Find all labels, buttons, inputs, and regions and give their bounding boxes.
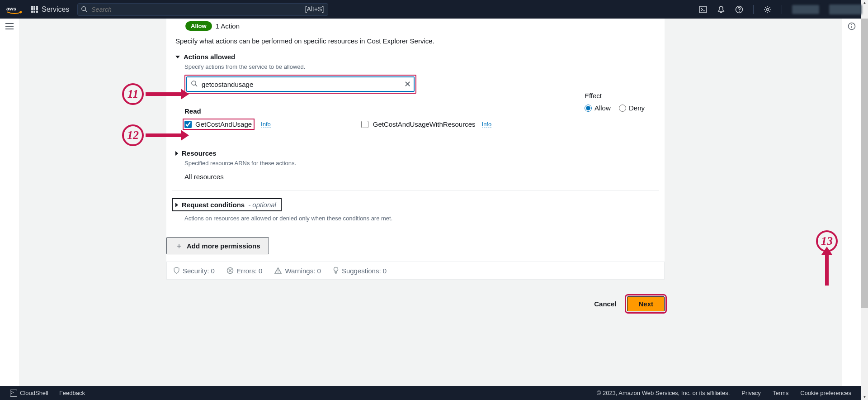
caret-right-icon — [175, 203, 178, 207]
add-more-label: Add more permissions — [187, 242, 260, 250]
help-panel-toggle[interactable] — [842, 19, 861, 34]
effect-allow-radio[interactable]: Allow — [585, 104, 611, 112]
scroll-up-arrow[interactable]: ▴ — [862, 0, 868, 6]
top-nav: aws Services [Alt+S] — [0, 0, 868, 19]
action-label: GetCostAndUsage — [195, 120, 252, 128]
allow-badge: Allow — [185, 21, 212, 31]
warnings-count: Warnings: 0 — [285, 267, 321, 275]
divider — [753, 5, 754, 14]
policy-validation-status: Security: 0 Errors: 0 Warnings: 0 Sugges… — [166, 262, 665, 280]
errors-count: Errors: 0 — [236, 267, 263, 275]
search-icon — [81, 6, 87, 14]
svg-point-18 — [334, 267, 338, 271]
aws-logo[interactable]: aws — [6, 5, 23, 14]
effect-label: Effect — [585, 92, 651, 100]
svg-point-9 — [851, 24, 852, 25]
global-search-input[interactable] — [77, 3, 328, 16]
svg-point-6 — [739, 11, 740, 12]
arrow-icon — [146, 92, 182, 96]
action-checkbox[interactable] — [184, 121, 192, 128]
account-menu[interactable] — [829, 5, 862, 14]
permission-card: Allow 1 Action Specify what actions can … — [166, 19, 665, 280]
settings-icon[interactable] — [764, 5, 772, 14]
actions-search-input[interactable] — [202, 81, 398, 88]
svg-line-2 — [85, 10, 87, 12]
svg-point-17 — [278, 272, 279, 273]
divider — [782, 5, 782, 14]
arrow-icon — [146, 133, 182, 137]
sidenav-toggle[interactable] — [0, 19, 19, 34]
info-link[interactable]: Info — [261, 121, 271, 128]
security-count: Security: 0 — [183, 267, 215, 275]
svg-text:aws: aws — [6, 5, 17, 11]
services-menu[interactable]: Services — [31, 5, 69, 14]
terms-link[interactable]: Terms — [773, 390, 788, 396]
help-icon[interactable] — [735, 5, 743, 14]
action-getcostandusage-resources[interactable]: GetCostAndUsageWithResources — [361, 120, 476, 128]
svg-line-12 — [195, 85, 197, 86]
callout-11: 11 — [122, 83, 182, 105]
action-checkbox[interactable] — [361, 121, 368, 128]
notifications-icon[interactable] — [717, 5, 725, 14]
add-more-permissions-button[interactable]: ＋ Add more permissions — [166, 237, 269, 254]
effect-deny-radio[interactable]: Deny — [619, 104, 645, 112]
main-content: Allow 1 Action Specify what actions can … — [19, 19, 842, 386]
plus-icon: ＋ — [175, 240, 183, 251]
caret-down-icon — [175, 56, 180, 58]
action-count: 1 Action — [216, 22, 240, 30]
cloudshell-link[interactable]: CloudShell — [10, 390, 48, 397]
resources-all: All resources — [175, 171, 656, 190]
form-actions: Cancel Next — [166, 296, 665, 311]
feedback-link[interactable]: Feedback — [59, 390, 85, 396]
actions-search-highlight: ✕ — [184, 75, 416, 94]
svg-point-1 — [82, 6, 86, 10]
actions-search[interactable]: ✕ — [186, 76, 415, 92]
topnav-right — [699, 5, 862, 14]
hamburger-icon — [5, 23, 14, 29]
resources-heading[interactable]: Resources — [175, 149, 656, 157]
privacy-link[interactable]: Privacy — [741, 390, 761, 396]
services-label: Services — [42, 5, 69, 14]
grid-icon — [31, 6, 38, 13]
specify-sentence: Specify what actions can be performed on… — [166, 37, 665, 53]
resources-label: Resources — [182, 149, 217, 157]
resources-section: Resources Specified resource ARNs for th… — [166, 140, 665, 190]
resources-desc: Specified resource ARNs for these action… — [175, 157, 656, 171]
callout-13: 13 — [816, 230, 838, 286]
region-selector[interactable] — [792, 5, 819, 14]
specify-prefix: Specify what actions can be performed on… — [175, 37, 367, 45]
info-link[interactable]: Info — [482, 121, 492, 128]
global-search[interactable]: [Alt+S] — [77, 3, 328, 16]
actions-allowed-label: Actions allowed — [184, 53, 235, 61]
callout-12: 12 — [122, 124, 182, 146]
request-conditions-toggle[interactable]: Request conditions - optional — [172, 198, 282, 211]
action-label: GetCostAndUsageWithResources — [373, 120, 476, 128]
arrow-icon — [825, 254, 829, 286]
cloudshell-icon[interactable] — [699, 5, 707, 14]
next-button[interactable]: Next — [627, 296, 665, 311]
effect-group: Effect Allow Deny — [585, 92, 651, 113]
action-getcostandusage[interactable]: GetCostAndUsage — [183, 119, 255, 130]
suggestions-count: Suggestions: 0 — [342, 267, 387, 275]
request-conditions-desc: Actions on resources are allowed or deni… — [172, 211, 656, 232]
svg-point-7 — [767, 8, 769, 10]
request-conditions-label: Request conditions — [182, 201, 245, 209]
cancel-button[interactable]: Cancel — [591, 296, 619, 311]
specify-suffix: . — [433, 37, 434, 45]
search-kbd-hint: [Alt+S] — [305, 5, 324, 13]
clear-search-icon[interactable]: ✕ — [404, 79, 411, 89]
scroll-down-arrow[interactable]: ▾ — [862, 394, 868, 400]
actions-allowed-desc: Specify actions from the service to be a… — [166, 61, 665, 75]
page-scrollbar-thumb[interactable] — [861, 19, 868, 308]
actions-allowed-heading[interactable]: Actions allowed — [166, 53, 665, 61]
request-conditions-optional: - optional — [248, 201, 276, 209]
console-footer: CloudShell Feedback © 2023, Amazon Web S… — [0, 386, 861, 400]
service-link[interactable]: Cost Explorer Service — [367, 37, 433, 45]
svg-point-11 — [192, 81, 196, 85]
cloudshell-icon — [10, 390, 17, 397]
copyright-text: © 2023, Amazon Web Services, Inc. or its… — [597, 390, 730, 396]
search-icon — [191, 80, 198, 89]
cookie-preferences-link[interactable]: Cookie preferences — [800, 390, 851, 396]
caret-right-icon — [175, 151, 178, 156]
